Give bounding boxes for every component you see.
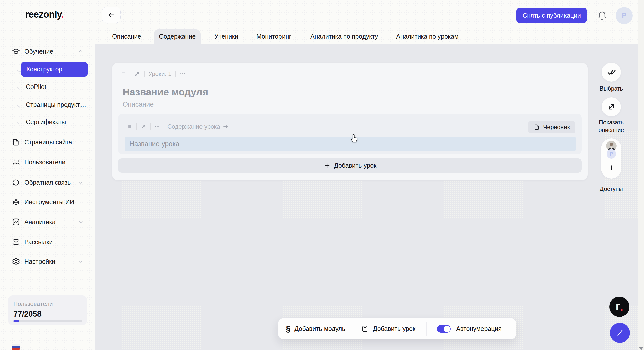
autonumbering-label: Автонумерация — [456, 325, 502, 332]
sidebar-item-copilot[interactable]: CoPilot — [26, 83, 46, 91]
more-options-icon[interactable] — [179, 71, 186, 77]
tree-branch — [17, 101, 22, 107]
show-description-button[interactable] — [602, 97, 621, 116]
drag-handle-icon[interactable] — [120, 71, 126, 77]
sidebar-item-education[interactable]: Обучение — [8, 44, 88, 58]
magic-wand-icon — [615, 328, 625, 338]
tab-product-analytics[interactable]: Аналитика по продукту — [310, 29, 378, 44]
chevron-down-icon[interactable] — [78, 180, 84, 185]
arrow-right-icon — [223, 124, 229, 130]
sidebar-item-label: Настройки — [24, 258, 55, 265]
access-user-avatar-initial[interactable]: P — [607, 149, 616, 159]
sidebar-item-certificates[interactable]: Сертификаты — [26, 118, 66, 126]
sidebar-item-label: Конструктор — [26, 66, 62, 73]
text-caret — [128, 140, 128, 148]
add-access-button[interactable] — [608, 164, 615, 171]
lesson-content-link[interactable]: Содержание урока — [167, 123, 229, 130]
select-button[interactable] — [602, 63, 621, 82]
unpublish-button[interactable]: Снять с публикации — [516, 8, 587, 23]
double-check-icon — [607, 67, 616, 77]
chevron-down-icon[interactable] — [78, 259, 84, 264]
add-lesson-button[interactable]: Добавить урок — [118, 158, 582, 173]
add-lesson-label: Добавить урок — [334, 162, 376, 169]
access-label: Доступы — [591, 185, 631, 193]
sidebar-item-label: Обратная связь — [24, 179, 71, 186]
scrollbar-track[interactable] — [638, 0, 644, 350]
users-quota-label: Пользователи — [13, 300, 53, 308]
section-sign-icon: § — [286, 324, 290, 334]
sidebar-item-label: Рассылки — [24, 238, 53, 246]
gear-icon — [12, 257, 20, 266]
brand-bubble-letter: r — [616, 300, 620, 312]
sidebar-item-feedback[interactable]: Обратная связь — [8, 175, 88, 189]
sidebar-item-label: Инструменты ИИ — [24, 198, 74, 206]
chevron-down-icon[interactable] — [78, 219, 84, 225]
document-icon — [534, 124, 540, 130]
plus-icon — [324, 162, 331, 169]
collapse-icon[interactable] — [134, 71, 140, 77]
sidebar-item-settings[interactable]: Настройки — [8, 254, 88, 269]
add-lesson-action-button[interactable]: Добавить урок — [361, 325, 415, 333]
autonumbering-toggle[interactable] — [437, 325, 451, 333]
users-quota-progress — [13, 320, 82, 322]
arrow-left-icon — [107, 11, 115, 19]
editor-action-bar: § Добавить модуль Добавить урок Автонуме… — [278, 318, 516, 339]
page-icon — [12, 138, 20, 146]
tab-students[interactable]: Ученики — [214, 29, 238, 44]
back-button[interactable] — [102, 7, 121, 23]
autonumbering-control: Автонумерация — [437, 325, 502, 333]
sidebar-item-product-pages[interactable]: Страницы продукт… — [26, 101, 86, 108]
resize-corner-icon — [639, 347, 644, 350]
brand-logo-dot: . — [61, 9, 64, 20]
users-quota-card: Пользователи 77/2058 — [8, 295, 87, 325]
sidebar-item-label: Пользователи — [24, 159, 65, 166]
tab-content[interactable]: Содержание — [154, 29, 201, 44]
lesson-content-link-label: Содержание урока — [167, 123, 220, 130]
add-module-button[interactable]: § Добавить модуль — [286, 324, 345, 334]
sidebar-item-site-pages[interactable]: Страницы сайта — [8, 135, 88, 149]
content-area: Уроки: 1 Название модуля Описание — [95, 44, 638, 350]
add-module-label: Добавить модуль — [294, 325, 345, 332]
tab-lesson-analytics[interactable]: Аналитика по урокам — [396, 29, 459, 44]
more-options-icon[interactable] — [154, 124, 160, 130]
sidebar-item-constructor[interactable]: Конструктор — [21, 62, 88, 77]
brand-logo[interactable]: reezonly. — [25, 9, 64, 20]
sidebar-item-label: Страницы сайта — [24, 139, 72, 146]
bookmark-save-icon — [361, 325, 369, 333]
avatar-initial: P — [622, 12, 626, 20]
divider — [426, 322, 427, 336]
show-description-label: Показать описание — [591, 119, 631, 134]
users-quota-value: 77/2058 — [13, 310, 42, 319]
graduation-cap-icon — [12, 47, 20, 56]
lessons-counter: Уроки: 1 — [148, 70, 171, 77]
sidebar-item-ai-tools[interactable]: Инструменты ИИ — [8, 195, 88, 209]
access-avatars-pill: P — [601, 138, 621, 179]
tab-description[interactable]: Описание — [112, 29, 141, 44]
brand-bubble-dot: . — [620, 300, 623, 314]
add-lesson-action-label: Добавить урок — [373, 325, 415, 332]
chevron-up-icon[interactable] — [78, 49, 84, 54]
language-flag-ru[interactable] — [12, 344, 20, 350]
sidebar-item-users[interactable]: Пользователи — [8, 155, 88, 169]
tab-monitoring[interactable]: Мониторинг — [256, 29, 291, 44]
select-label: Выбрать — [591, 85, 631, 92]
tree-branch — [17, 83, 22, 89]
chat-icon — [12, 178, 20, 187]
lesson-toolbar: Содержание урока — [127, 123, 229, 131]
sidebar-item-analytics[interactable]: Аналитика — [8, 215, 88, 229]
module-title-input[interactable]: Название модуля — [123, 86, 208, 98]
drag-handle-icon[interactable] — [127, 124, 133, 129]
sidebar-item-label: Аналитика — [24, 218, 56, 226]
mail-icon — [12, 238, 20, 246]
notifications-bell-icon[interactable] — [597, 10, 608, 21]
users-icon — [12, 158, 20, 166]
user-avatar[interactable]: P — [616, 7, 633, 24]
analytics-icon — [12, 218, 20, 226]
help-widget-button[interactable]: r. — [609, 297, 629, 317]
module-card: Уроки: 1 Название модуля Описание — [112, 63, 588, 180]
module-description-input[interactable]: Описание — [123, 101, 154, 108]
expand-icon[interactable] — [140, 123, 147, 130]
ai-box-icon — [12, 198, 20, 206]
sidebar-item-mailings[interactable]: Рассылки — [8, 235, 88, 249]
ai-magic-wand-button[interactable] — [610, 323, 630, 343]
